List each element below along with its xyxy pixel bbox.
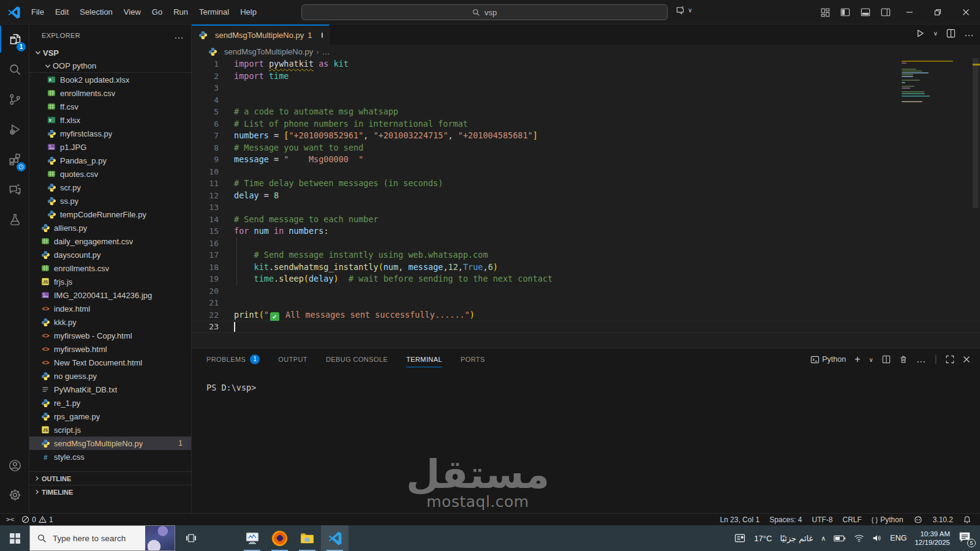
panel-tab-terminal[interactable]: TERMINAL <box>406 348 442 370</box>
menu-terminal[interactable]: Terminal <box>194 0 235 24</box>
code-line-18[interactable]: 18 kit.sendwhatmsg_instantly(num, messag… <box>192 261 980 274</box>
tray-clock[interactable]: 10:39 AM 12/19/2025 <box>914 530 950 547</box>
code-line-14[interactable]: 14# Send message to each number <box>192 214 980 226</box>
taskbar-app-task-manager[interactable] <box>238 525 266 551</box>
terminal-profile[interactable]: Python <box>810 355 846 364</box>
menu-view[interactable]: View <box>118 0 146 24</box>
file-sendmsgtomultipleno.py[interactable]: sendMsgToMultipleNo.py1 <box>29 437 191 450</box>
terminal-dropdown-icon[interactable]: ∨ <box>869 356 873 363</box>
wifi-icon[interactable] <box>854 534 864 542</box>
copilot-titlebar-button[interactable]: ∨ <box>675 5 692 15</box>
outline-section[interactable]: OUTLINE <box>29 471 191 485</box>
code-line-22[interactable]: 22print("✔ All messages sent successfull… <box>192 309 980 321</box>
toggle-secondary-sidebar-icon[interactable] <box>881 7 891 17</box>
file-rps-game.py[interactable]: rps_game.py <box>29 410 191 423</box>
menu-edit[interactable]: Edit <box>50 0 74 24</box>
menu-help[interactable]: Help <box>235 0 262 24</box>
code-line-23[interactable]: 23 <box>192 321 980 333</box>
file-ff.xlsx[interactable]: Xff.xlsx <box>29 113 191 127</box>
code-line-21[interactable]: 21 <box>192 297 980 309</box>
tab-sendmsgtomultipleno[interactable]: sendMsgToMultipleNo.py 1 <box>192 24 330 45</box>
file-tempcoderunnerfile.py[interactable]: tempCodeRunnerFile.py <box>29 208 191 221</box>
file-myfirstclass.py[interactable]: myfirstclass.py <box>29 127 191 140</box>
copilot-status-icon[interactable] <box>913 515 923 525</box>
file-new-text-document.html[interactable]: <>New Text Document.html <box>29 356 191 369</box>
code-line-3[interactable]: 3 <box>192 82 980 94</box>
file-re-1.py[interactable]: re_1.py <box>29 396 191 410</box>
activity-settings[interactable] <box>0 481 29 508</box>
file-quotes.csv[interactable]: quotes.csv <box>29 167 191 181</box>
command-center-search[interactable]: vsp <box>301 4 668 20</box>
split-editor-icon[interactable] <box>946 29 956 38</box>
split-terminal-icon[interactable] <box>882 355 891 364</box>
code-line-10[interactable]: 10 <box>192 166 980 178</box>
encoding[interactable]: UTF-8 <box>812 515 833 524</box>
restore-button[interactable] <box>924 0 952 24</box>
activity-chat[interactable] <box>0 176 29 203</box>
tray-temperature[interactable]: 17°C <box>754 534 772 543</box>
file-dayscount.py[interactable]: dayscount.py <box>29 248 191 261</box>
tray-weather-text[interactable]: غائم جزئيًا <box>780 534 813 543</box>
taskbar-app-firefox[interactable] <box>266 525 293 551</box>
panel-tab-ports[interactable]: PORTS <box>461 348 485 370</box>
run-dropdown-icon[interactable]: ∨ <box>933 30 938 37</box>
tray-chevron-up-icon[interactable]: ∧ <box>821 534 826 542</box>
start-button[interactable] <box>0 525 29 551</box>
file-daily-engagement.csv[interactable]: daily_engagement.csv <box>29 234 191 248</box>
code-line-19[interactable]: 19 time.sleep(delay) # wait before sendi… <box>192 273 980 285</box>
code-editor[interactable]: 1import pywhatkit as kit2import time345#… <box>192 58 980 348</box>
file-alliens.py[interactable]: alliens.py <box>29 221 191 234</box>
menu-file[interactable]: File <box>26 0 50 24</box>
activity-run-debug[interactable] <box>0 116 29 143</box>
menu-run[interactable]: Run <box>168 0 194 24</box>
indentation[interactable]: Spaces: 4 <box>769 515 802 524</box>
minimize-button[interactable] <box>895 0 924 24</box>
activity-account[interactable] <box>0 452 29 479</box>
file-script.js[interactable]: JSscript.js <box>29 423 191 437</box>
terminal-output[interactable]: PS D:\vsp> <box>192 370 980 392</box>
code-line-15[interactable]: 15for num in numbers: <box>192 225 980 238</box>
code-line-8[interactable]: 8# Message you want to send <box>192 142 980 154</box>
python-version[interactable]: 3.10.2 <box>933 515 953 524</box>
file-myfirsweb.html[interactable]: <>myfirsweb.html <box>29 342 191 356</box>
panel-tab-output[interactable]: OUTPUT <box>278 348 307 370</box>
menu-go[interactable]: Go <box>146 0 168 24</box>
bing-daily-image[interactable] <box>145 526 175 551</box>
notifications-bell-icon[interactable] <box>963 515 971 524</box>
activity-explorer[interactable]: 1 <box>0 26 29 53</box>
more-actions-icon[interactable]: … <box>964 28 974 39</box>
file-pandas-p.py[interactable]: Pandas_p.py <box>29 154 191 167</box>
file-enrollments.csv[interactable]: enrollments.csv <box>29 261 191 275</box>
editor-scrollbar[interactable] <box>973 58 979 208</box>
close-panel-icon[interactable] <box>963 356 970 363</box>
file-pywhatkit-db.txt[interactable]: PyWhatKit_DB.txt <box>29 383 191 396</box>
file-book2-updated.xlsx[interactable]: XBook2 updated.xlsx <box>29 73 191 86</box>
code-line-6[interactable]: 6# List of phone numbers in internationa… <box>192 118 980 130</box>
taskbar-app-vscode[interactable] <box>321 525 349 551</box>
tray-language[interactable]: ENG <box>890 534 907 542</box>
breadcrumb-file[interactable]: sendMsgToMultipleNo.py <box>224 47 313 56</box>
code-line-13[interactable]: 13 <box>192 201 980 214</box>
maximize-panel-icon[interactable] <box>946 355 954 364</box>
file-p1.jpg[interactable]: p1.JPG <box>29 140 191 154</box>
new-terminal-icon[interactable]: + <box>854 354 860 365</box>
menu-selection[interactable]: Selection <box>74 0 118 24</box>
code-line-4[interactable]: 4 <box>192 94 980 107</box>
file-ff.csv[interactable]: ff.csv <box>29 100 191 113</box>
eol-sequence[interactable]: CRLF <box>843 515 862 524</box>
code-line-7[interactable]: 7numbers = ["+201009852961", "+201003224… <box>192 130 980 142</box>
file-kkk.py[interactable]: kkk.py <box>29 315 191 329</box>
code-line-9[interactable]: 9message = " Msg00000 " <box>192 154 980 166</box>
file-enrollments.csv[interactable]: enrollments.csv <box>29 86 191 100</box>
code-line-5[interactable]: 5# a code to automate msg whatsapp <box>192 106 980 118</box>
code-line-17[interactable]: 17 # Send message instantly using web.wh… <box>192 249 980 261</box>
breadcrumb-more[interactable]: … <box>322 47 330 56</box>
file-style.css[interactable]: #style.css <box>29 450 191 463</box>
code-line-11[interactable]: 11# Time delay between messages (in seco… <box>192 178 980 190</box>
language-mode[interactable]: { } Python <box>872 515 903 524</box>
file-myfirsweb-copy.html[interactable]: <>myfirsweb - Copy.html <box>29 329 191 342</box>
customize-layout-icon[interactable] <box>821 8 830 17</box>
file-scr.py[interactable]: scr.py <box>29 181 191 194</box>
panel-tab-problems[interactable]: PROBLEMS1 <box>206 348 260 370</box>
code-line-2[interactable]: 2import time <box>192 70 980 83</box>
